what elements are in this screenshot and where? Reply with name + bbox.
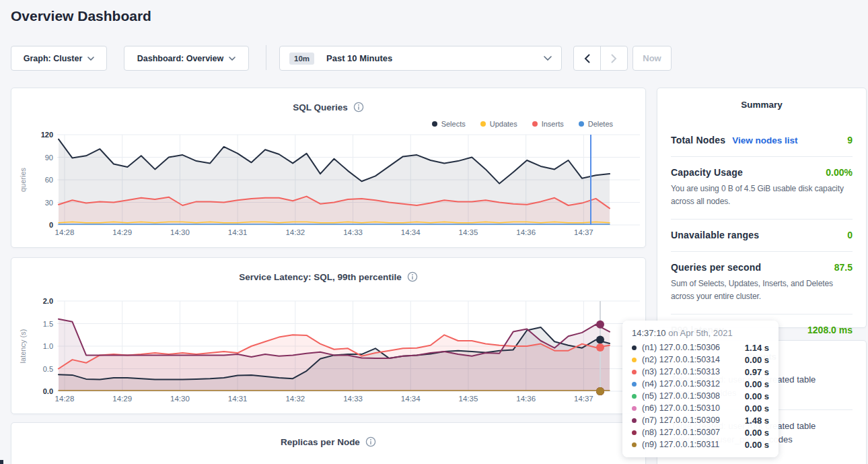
- node-address: (n9) 127.0.0.1:50311: [642, 440, 719, 449]
- chevron-left-icon: [584, 54, 590, 63]
- chart-hover-tooltip: 14:37:10 on Apr 5th, 2021 (n1) 127.0.0.1…: [622, 321, 779, 457]
- summary-value: 9: [847, 135, 853, 145]
- chevron-down-icon: [229, 57, 236, 61]
- graph-dropdown[interactable]: Graph: Cluster: [11, 46, 107, 71]
- summary-panel: Summary Total Nodes View nodes list 9 Ca…: [657, 88, 867, 328]
- summary-item-unavailable-ranges: Unavailable ranges 0: [671, 220, 853, 252]
- svg-text:120: 120: [41, 131, 53, 139]
- sql-queries-chart[interactable]: 030609012014:2814:2914:3014:3114:3214:33…: [11, 125, 647, 246]
- time-range-label: Past 10 Minutes: [326, 53, 392, 63]
- divider: [266, 45, 266, 70]
- dashboard-dropdown-label: Dashboard: Overview: [137, 54, 224, 63]
- svg-text:0: 0: [49, 221, 53, 229]
- time-back-button[interactable]: [574, 46, 600, 70]
- node-latency-value: 0.00 s: [745, 440, 769, 450]
- svg-text:0.5: 0.5: [43, 365, 53, 373]
- svg-text:14:28: 14:28: [55, 228, 75, 236]
- dashboard-dropdown[interactable]: Dashboard: Overview: [124, 46, 249, 71]
- time-forward-button[interactable]: [600, 46, 627, 70]
- svg-text:1.0: 1.0: [43, 342, 53, 350]
- svg-text:90: 90: [45, 154, 53, 162]
- svg-text:14:29: 14:29: [112, 395, 132, 403]
- summary-label: Unavailable ranges: [671, 230, 759, 240]
- tooltip-node-row: (n6) 127.0.0.1:503100.00 s: [632, 402, 769, 414]
- chart-title: Service Latency: SQL, 99th percentile: [239, 272, 402, 282]
- node-color-dot-icon: [632, 430, 637, 435]
- svg-text:14:37: 14:37: [574, 395, 593, 403]
- svg-text:60: 60: [45, 176, 53, 184]
- node-color-dot-icon: [632, 418, 637, 423]
- summary-title: Summary: [657, 100, 866, 110]
- node-color-dot-icon: [632, 358, 637, 362]
- summary-value: 0.00%: [826, 167, 853, 178]
- chevron-down-icon: [87, 57, 94, 61]
- node-address: (n7) 127.0.0.1:50309: [642, 416, 720, 425]
- svg-text:14:32: 14:32: [285, 228, 305, 236]
- tooltip-node-row: (n2) 127.0.0.1:503140.00 s: [632, 354, 769, 366]
- svg-text:14:33: 14:33: [343, 395, 363, 403]
- node-color-dot-icon: [632, 382, 637, 387]
- node-latency-value: 0.00 s: [745, 355, 769, 365]
- svg-text:14:37: 14:37: [574, 228, 593, 236]
- svg-text:14:31: 14:31: [228, 395, 248, 403]
- tooltip-node-row: (n3) 127.0.0.1:503130.97 s: [632, 366, 769, 378]
- node-color-dot-icon: [632, 394, 637, 399]
- svg-text:14:36: 14:36: [516, 395, 536, 403]
- tooltip-node-row: (n9) 127.0.0.1:503110.00 s: [632, 438, 769, 451]
- now-button-label: Now: [643, 53, 661, 63]
- tooltip-node-row: (n7) 127.0.0.1:503091.48 s: [632, 414, 769, 426]
- info-icon[interactable]: [365, 436, 376, 447]
- time-range-badge: 10m: [289, 53, 314, 65]
- node-color-dot-icon: [632, 345, 637, 350]
- chart-title: SQL Queries: [293, 102, 348, 112]
- chevron-down-icon: [544, 56, 552, 61]
- node-address: (n3) 127.0.0.1:50313: [642, 367, 720, 376]
- node-latency-value: 1.14 s: [745, 343, 769, 353]
- node-latency-value: 0.00 s: [745, 428, 769, 438]
- node-color-dot-icon: [632, 406, 637, 411]
- time-range-dropdown[interactable]: 10m Past 10 Minutes: [279, 46, 562, 71]
- tooltip-timestamp: 14:37:10 on Apr 5th, 2021: [632, 328, 769, 338]
- svg-text:14:33: 14:33: [343, 228, 363, 236]
- tooltip-node-row: (n5) 127.0.0.1:503080.00 s: [632, 390, 769, 402]
- node-color-dot-icon: [632, 370, 637, 374]
- node-latency-value: 0.00 s: [745, 379, 769, 389]
- node-latency-value: 0.00 s: [745, 391, 769, 401]
- chart-title: Replicas per Node: [281, 437, 360, 447]
- summary-description: Sum of Selects, Updates, Inserts, and De…: [671, 277, 853, 303]
- now-button[interactable]: Now: [632, 46, 672, 71]
- svg-text:14:35: 14:35: [459, 395, 478, 403]
- svg-text:30: 30: [45, 199, 53, 207]
- sql-queries-panel: SQL Queries SelectsUpdatesInsertsDeletes…: [11, 88, 646, 248]
- svg-text:14:29: 14:29: [112, 228, 132, 236]
- summary-description: You are using 0 B of 4.5 GiB usable disk…: [671, 183, 853, 208]
- view-nodes-list-link[interactable]: View nodes list: [732, 135, 797, 145]
- svg-text:2.0: 2.0: [43, 297, 53, 305]
- tooltip-node-row: (n1) 127.0.0.1:503061.14 s: [632, 341, 769, 354]
- summary-label: Capacity Usage: [671, 167, 743, 178]
- graph-dropdown-label: Graph: Cluster: [24, 54, 83, 63]
- node-address: (n1) 127.0.0.1:50306: [642, 343, 720, 352]
- summary-label: Queries per second: [671, 262, 761, 273]
- node-address: (n8) 127.0.0.1:50307: [642, 428, 720, 437]
- info-icon[interactable]: [353, 102, 364, 112]
- svg-text:14:28: 14:28: [55, 395, 75, 403]
- tooltip-node-row: (n4) 127.0.0.1:503120.00 s: [632, 378, 769, 390]
- summary-value: 87.5: [834, 262, 853, 273]
- summary-value: 0: [847, 230, 853, 240]
- node-address: (n2) 127.0.0.1:50314: [642, 355, 720, 364]
- tooltip-node-row: (n8) 127.0.0.1:503070.00 s: [632, 426, 769, 438]
- svg-text:14:34: 14:34: [401, 395, 421, 403]
- svg-text:14:31: 14:31: [228, 228, 248, 236]
- node-address: (n6) 127.0.0.1:50310: [642, 403, 720, 413]
- info-icon[interactable]: [407, 271, 418, 282]
- summary-value: 1208.0 ms: [807, 325, 853, 335]
- svg-text:14:35: 14:35: [459, 228, 478, 236]
- page-title: Overview Dashboard: [11, 8, 151, 24]
- summary-label: Total Nodes: [671, 135, 725, 145]
- replicas-per-node-panel: Replicas per Node: [11, 422, 646, 464]
- time-nav-group: [573, 46, 628, 71]
- service-latency-chart[interactable]: 0.00.51.01.52.014:2814:2914:3014:3114:32…: [11, 292, 647, 413]
- summary-item-qps: Queries per second 87.5 Sum of Selects, …: [671, 252, 853, 314]
- page: Overview Dashboard Graph: Cluster Dashbo…: [0, 0, 868, 464]
